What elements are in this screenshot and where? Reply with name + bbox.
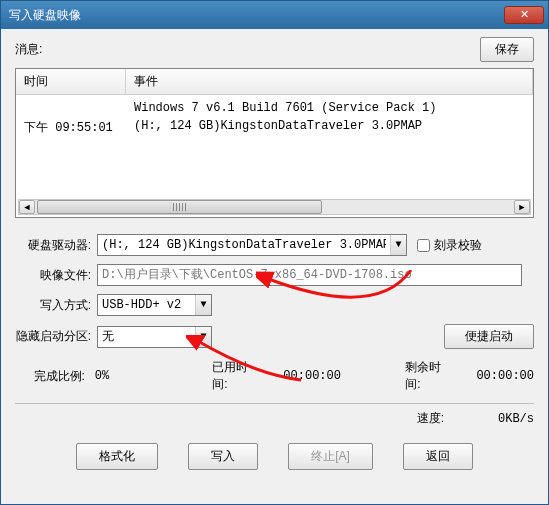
write-mode-dropdown[interactable]: USB-HDD+ v2 ▼	[97, 294, 212, 316]
write-button[interactable]: 写入	[188, 443, 258, 470]
log-row: 下午 09:55:01 (H:, 124 GB)KingstonDataTrav…	[16, 117, 533, 138]
log-panel: 时间 事件 Windows 7 v6.1 Build 7601 (Service…	[15, 68, 534, 218]
log-header: 时间 事件	[16, 69, 533, 95]
scroll-left-button[interactable]: ◄	[19, 200, 35, 214]
horizontal-scrollbar[interactable]: ◄ ►	[18, 199, 531, 215]
speed-row: 速度: 0KB/s	[15, 410, 534, 427]
elapsed-value: 00:00:00	[283, 369, 375, 383]
verify-checkbox-label: 刻录校验	[434, 237, 482, 254]
chevron-down-icon: ▼	[390, 235, 406, 255]
speed-value: 0KB/s	[474, 412, 534, 426]
scroll-grip-icon	[173, 203, 187, 211]
log-header-event[interactable]: 事件	[126, 69, 533, 94]
divider	[15, 403, 534, 404]
log-cell-event: Windows 7 v6.1 Build 7601 (Service Pack …	[126, 99, 533, 117]
log-row: Windows 7 v6.1 Build 7601 (Service Pack …	[16, 99, 533, 117]
stats-row: 完成比例: 0% 已用时间: 00:00:00 剩余时间: 00:00:00	[15, 359, 534, 393]
hidden-partition-label: 隐藏启动分区:	[15, 328, 97, 345]
drive-dropdown[interactable]: (H:, 124 GB)KingstonDataTraveler 3.0PMAP…	[97, 234, 407, 256]
log-header-time[interactable]: 时间	[16, 69, 126, 94]
hidden-partition-dropdown[interactable]: 无 ▼	[97, 326, 212, 348]
dialog-window: 写入硬盘映像 ✕ 消息: 保存 时间 事件 Windows 7 v6.1 Bui…	[0, 0, 549, 505]
chevron-down-icon: ▼	[195, 327, 211, 347]
scroll-thumb[interactable]	[37, 200, 322, 214]
progress-value: 0%	[95, 369, 182, 383]
content-area: 消息: 保存 时间 事件 Windows 7 v6.1 Build 7601 (…	[1, 29, 548, 488]
chevron-down-icon: ▼	[195, 295, 211, 315]
log-cell-time: 下午 09:55:01	[16, 117, 126, 138]
elapsed-label: 已用时间:	[212, 359, 259, 393]
titlebar: 写入硬盘映像 ✕	[1, 1, 548, 29]
verify-checkbox[interactable]: 刻录校验	[417, 237, 482, 254]
log-cell-time	[16, 99, 126, 117]
log-body: Windows 7 v6.1 Build 7601 (Service Pack …	[16, 95, 533, 142]
bottom-button-row: 格式化 写入 终止[A] 返回	[15, 439, 534, 480]
write-mode-value: USB-HDD+ v2	[102, 298, 191, 312]
log-cell-event: (H:, 124 GB)KingstonDataTraveler 3.0PMAP	[126, 117, 533, 138]
save-button[interactable]: 保存	[480, 37, 534, 62]
window-title: 写入硬盘映像	[5, 7, 81, 24]
image-file-label: 映像文件:	[15, 267, 97, 284]
drive-label: 硬盘驱动器:	[15, 237, 97, 254]
message-label: 消息:	[15, 41, 42, 58]
drive-dropdown-value: (H:, 124 GB)KingstonDataTraveler 3.0PMAP	[102, 238, 386, 252]
remaining-value: 00:00:00	[476, 369, 534, 383]
close-button[interactable]: ✕	[504, 6, 544, 24]
format-button[interactable]: 格式化	[76, 443, 158, 470]
convenient-boot-button[interactable]: 便捷启动	[444, 324, 534, 349]
scroll-right-button[interactable]: ►	[514, 200, 530, 214]
scroll-track[interactable]	[37, 200, 512, 214]
abort-button[interactable]: 终止[A]	[288, 443, 373, 470]
image-file-field[interactable]: D:\用户目录\下载\CentOS-7-x86_64-DVD-1708.iso	[97, 264, 522, 286]
write-mode-label: 写入方式:	[15, 297, 97, 314]
return-button[interactable]: 返回	[403, 443, 473, 470]
hidden-partition-value: 无	[102, 328, 191, 345]
speed-label: 速度:	[417, 410, 444, 427]
progress-label: 完成比例:	[15, 368, 91, 385]
form-area: 硬盘驱动器: (H:, 124 GB)KingstonDataTraveler …	[15, 234, 534, 480]
verify-checkbox-input[interactable]	[417, 239, 430, 252]
remaining-label: 剩余时间:	[405, 359, 452, 393]
